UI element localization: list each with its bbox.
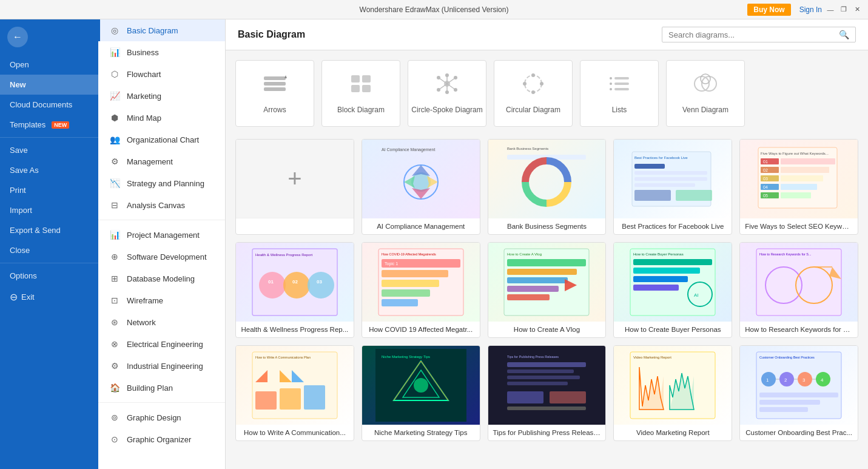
- svg-rect-82: [382, 270, 448, 277]
- template-card[interactable]: Bank Business Segments Bank Business Seg…: [488, 139, 607, 235]
- template-card[interactable]: Video Marketing Report Video Marketing R…: [613, 345, 732, 441]
- back-button[interactable]: ←: [7, 27, 28, 47]
- category-item-mind-map[interactable]: ⬢Mind Map: [98, 107, 225, 129]
- cloud-label: Cloud Documents: [10, 100, 72, 109]
- sidebar-item-exit[interactable]: ⊖ Exit: [0, 286, 98, 308]
- svg-point-23: [540, 82, 543, 86]
- type-card-arrows[interactable]: Arrows: [235, 60, 314, 127]
- svg-rect-131: [507, 407, 586, 410]
- category-item-building-plan[interactable]: 🏠Building Plan: [98, 377, 225, 399]
- svg-rect-88: [507, 259, 586, 266]
- restore-button[interactable]: ❐: [839, 5, 849, 15]
- search-input[interactable]: [668, 30, 839, 39]
- svg-rect-89: [507, 269, 577, 275]
- svg-rect-85: [382, 299, 418, 306]
- sidebar-item-save[interactable]: Save: [0, 140, 98, 160]
- page-title: Basic Diagram: [238, 29, 305, 40]
- export-label: Export & Send: [10, 226, 61, 235]
- sidebar-item-export[interactable]: Export & Send: [0, 220, 98, 240]
- category-label: Network: [127, 318, 156, 327]
- sidebar-item-open[interactable]: Open: [0, 55, 98, 75]
- type-card-circle-spoke[interactable]: Circle-Spoke Diagram: [408, 60, 486, 127]
- category-item-electrical-engineering[interactable]: ⊗Electrical Engineering: [98, 333, 225, 355]
- type-card-label: Circular Diagram: [506, 106, 560, 114]
- category-item-management[interactable]: ⚙Management: [98, 150, 225, 172]
- category-item-business[interactable]: 📊Business: [98, 41, 225, 63]
- template-card[interactable]: How to Create A Vlog How to Create A Vlo…: [488, 242, 607, 338]
- svg-text:How to Research Keywords for S: How to Research Keywords for S...: [759, 252, 812, 256]
- svg-rect-91: [507, 286, 559, 292]
- template-card[interactable]: How to Research Keywords for S... How to…: [739, 242, 858, 338]
- new-label: New: [10, 80, 26, 89]
- svg-rect-50: [634, 183, 695, 187]
- svg-rect-60: [781, 167, 829, 173]
- svg-rect-2: [264, 87, 286, 91]
- sidebar-item-save-as[interactable]: Save As: [0, 160, 98, 180]
- svg-point-21: [525, 75, 542, 92]
- category-item-analysis-canvas[interactable]: ⊟Analysis Canvas: [98, 194, 225, 216]
- category-item-software-development[interactable]: ⊕Software Development: [98, 246, 225, 268]
- template-card[interactable]: Five Ways to Figure out What Keywords...…: [739, 139, 858, 235]
- template-card[interactable]: Customer Onboarding Best Practices 1 2 3…: [739, 345, 858, 441]
- sidebar-item-cloud[interactable]: Cloud Documents: [0, 95, 98, 115]
- svg-rect-31: [614, 88, 629, 90]
- svg-point-25: [523, 82, 527, 86]
- type-card-venn[interactable]: Venn Diagram: [666, 60, 745, 127]
- template-thumb: How COVID-19 Affected Megatrends Topic 1: [362, 243, 480, 322]
- template-thumb: How to Write A Communications Plan: [236, 346, 354, 425]
- sidebar-item-new[interactable]: New: [0, 75, 98, 95]
- category-item-strategy-and-planning[interactable]: 📉Strategy and Planning: [98, 172, 225, 194]
- search-icon[interactable]: 🔍: [839, 30, 849, 39]
- template-card[interactable]: Health & Wellness Progress Report 01 02 …: [235, 242, 354, 338]
- category-item-graphic-organizer[interactable]: ⊙Graphic Organizer: [98, 428, 225, 450]
- category-item-industrial-engineering[interactable]: ⚙Industrial Engineering: [98, 355, 225, 377]
- category-item-wireframe[interactable]: ⊡Wireframe: [98, 289, 225, 311]
- category-icon: 📊: [109, 46, 121, 58]
- template-card[interactable]: AI Compliance Management AI Compliance M…: [362, 139, 480, 235]
- category-label: Basic Diagram: [127, 26, 178, 35]
- sidebar-item-options[interactable]: Options: [0, 266, 98, 286]
- sidebar-item-print[interactable]: Print: [0, 180, 98, 200]
- category-item-database-modeling[interactable]: ⊞Database Modeling: [98, 268, 225, 289]
- search-bar[interactable]: 🔍: [662, 27, 856, 42]
- category-label: Software Development: [127, 252, 207, 261]
- template-card[interactable]: How COVID-19 Affected Megatrends Topic 1…: [362, 242, 480, 338]
- type-card-block[interactable]: Block Diagram: [321, 60, 400, 127]
- template-card[interactable]: Tips for Publishing Press Releases Tips …: [488, 345, 607, 441]
- import-label: Import: [10, 206, 32, 215]
- open-label: Open: [10, 60, 29, 69]
- app-title: Wondershare EdrawMax (Unlicensed Version…: [360, 5, 509, 14]
- type-card-lists[interactable]: Lists: [580, 60, 659, 127]
- category-item-network[interactable]: ⊛Network: [98, 311, 225, 333]
- close-button[interactable]: ✕: [852, 5, 862, 15]
- template-card[interactable]: +: [235, 139, 354, 235]
- type-card-label: Circle-Spoke Diagram: [411, 106, 482, 114]
- template-card[interactable]: Niche Marketing Strategy Tips Niche Mark…: [362, 345, 480, 441]
- category-item-project-management[interactable]: 📊Project Management: [98, 224, 225, 246]
- minimize-button[interactable]: —: [826, 5, 835, 15]
- template-card[interactable]: How to Create Buyer Personas AI How to C…: [613, 242, 732, 338]
- category-item-graphic-design[interactable]: ⊚Graphic Design: [98, 407, 225, 428]
- svg-rect-4: [351, 75, 360, 83]
- template-card[interactable]: Best Practices for Facebook Live Best Pr…: [613, 139, 732, 235]
- template-card[interactable]: How to Write A Communications Plan How t…: [235, 345, 354, 441]
- sidebar-item-import[interactable]: Import: [0, 200, 98, 220]
- sidebar-item-templates[interactable]: Templates NEW: [0, 115, 98, 135]
- category-item-marketing[interactable]: 📈Marketing: [98, 85, 225, 107]
- type-card-circular[interactable]: Circular Diagram: [494, 60, 573, 127]
- sidebar-logo[interactable]: ←: [0, 19, 98, 55]
- categories-panel: ◎Basic Diagram📊Business⬡Flowchart📈Market…: [98, 19, 226, 469]
- template-thumb: Health & Wellness Progress Report 01 02 …: [236, 243, 354, 322]
- category-item-organizational-chart[interactable]: 👥Organizational Chart: [98, 129, 225, 150]
- svg-rect-52: [676, 190, 712, 201]
- category-item-basic-diagram[interactable]: ◎Basic Diagram: [98, 19, 225, 41]
- svg-point-22: [531, 73, 535, 77]
- category-item-flowchart[interactable]: ⬡Flowchart: [98, 63, 225, 85]
- category-icon: ⊡: [109, 294, 121, 306]
- sign-in-link[interactable]: Sign In: [799, 5, 822, 14]
- svg-rect-1: [264, 82, 286, 86]
- svg-rect-49: [634, 177, 707, 181]
- svg-point-72: [259, 272, 286, 299]
- buy-now-button[interactable]: Buy Now: [747, 4, 790, 16]
- sidebar-item-close[interactable]: Close: [0, 240, 98, 260]
